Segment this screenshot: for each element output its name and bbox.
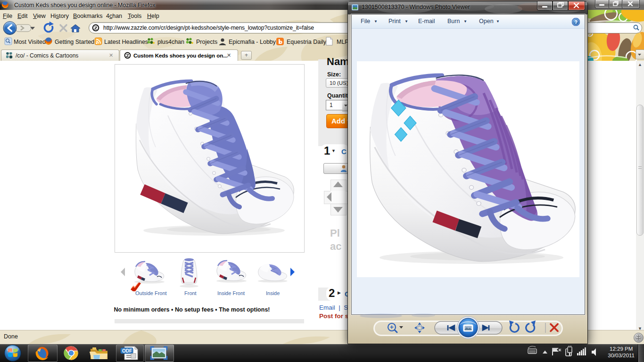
svg-text:?: ? bbox=[575, 19, 578, 25]
svg-text:ODF: ODF bbox=[122, 348, 132, 354]
